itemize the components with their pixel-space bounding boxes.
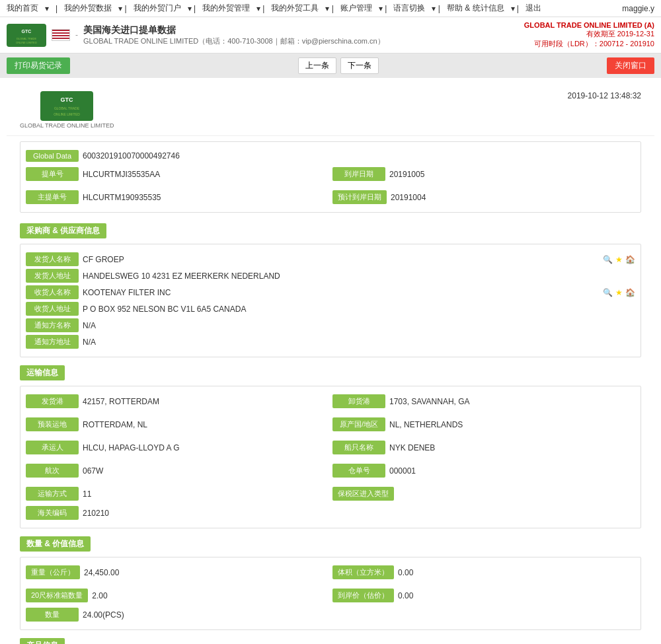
toolbar-left: 打印易货记录 bbox=[7, 57, 70, 74]
page-header: GTC GLOBAL TRADE ONLINE LIMITED - 美国海关进口… bbox=[0, 17, 661, 54]
carrier-value: HLCU, HAPAG-LLOYD A G bbox=[83, 443, 329, 452]
warehouse-label: 仓单号 bbox=[332, 464, 385, 478]
sender-name-label: 发货人名称 bbox=[26, 252, 79, 266]
nav-links: 我的首页 ▾ | 我的外贸数据 ▾ | 我的外贸门户 ▾ | 我的外贸管理 ▾ … bbox=[7, 3, 541, 14]
origin-port-value: 42157, ROTTERDAM bbox=[83, 397, 329, 406]
document-header: GTC GLOBAL TRADE ONLINE LIMITED GLOBAL T… bbox=[7, 85, 654, 136]
svg-text:GLOBAL TRADE: GLOBAL TRADE bbox=[17, 37, 37, 40]
receiver-name-row: 收货人名称 KOOTENAY FILTER INC 🔍 ★ 🏠 bbox=[26, 285, 635, 299]
global-data-label: Global Data bbox=[26, 150, 79, 162]
vessel-value: NYK DENEB bbox=[389, 443, 635, 452]
nav-help[interactable]: 帮助 & 统计信息 bbox=[447, 3, 504, 14]
sender-addr-value: HANDELSWEG 10 4231 EZ MEERKERK NEDERLAND bbox=[83, 271, 635, 281]
est-arrival-label: 预计到岸日期 bbox=[332, 190, 387, 204]
qty-value: 24.00(PCS) bbox=[83, 610, 635, 620]
svg-text:ONLINE LIMITED: ONLINE LIMITED bbox=[16, 41, 37, 44]
receiver-addr-value: P O BOX 952 NELSON BC V1L 6A5 CANADA bbox=[83, 304, 635, 314]
nav-manage[interactable]: 我的外贸管理 bbox=[202, 3, 250, 14]
current-user: maggie.y bbox=[622, 4, 654, 13]
transport-section: 运输信息 发货港 42157, ROTTERDAM 卸货港 1703, SAVA… bbox=[7, 360, 654, 528]
search-icon-receiver[interactable]: 🔍 bbox=[603, 288, 613, 297]
carrier-row: 承运人 HLCU, HAPAG-LLOYD A G bbox=[26, 441, 329, 454]
flag-separator: - bbox=[75, 30, 78, 40]
bonded-label: 保税区进入类型 bbox=[332, 487, 394, 501]
sender-name-value: CF GROEP bbox=[83, 255, 600, 264]
bill-no-row: 提单号 HLCURTMJI35535AA bbox=[26, 167, 329, 181]
quantity-section: 数量 & 价值信息 重量（公斤） 24,450.00 体积（立方米） 0.00 … bbox=[7, 531, 654, 630]
bill-info-grid: 提单号 HLCURTMJI35535AA 到岸日期 20191005 主提单号 … bbox=[26, 164, 635, 207]
qty-row: 数量 24.00(PCS) bbox=[26, 608, 635, 622]
pre-transport-label: 预装运地 bbox=[26, 417, 79, 431]
nav-account[interactable]: 账户管理 bbox=[340, 3, 372, 14]
sender-addr-row: 发货人地址 HANDELSWEG 10 4231 EZ MEERKERK NED… bbox=[26, 269, 635, 283]
next-button[interactable]: 下一条 bbox=[340, 57, 379, 74]
weight-row: 重量（公斤） 24,450.00 bbox=[26, 565, 329, 579]
transport-mode-label: 运输方式 bbox=[26, 487, 79, 501]
sender-name-row: 发货人名称 CF GROEP 🔍 ★ 🏠 bbox=[26, 252, 635, 266]
warehouse-row: 仓单号 000001 bbox=[332, 464, 635, 478]
fob-value: 0.00 bbox=[398, 591, 635, 600]
notify-addr-label: 通知方地址 bbox=[26, 335, 79, 349]
container20-value: 2.00 bbox=[92, 591, 329, 600]
voyage-value: 067W bbox=[83, 466, 329, 476]
header-title-block: 美国海关进口提单数据 GLOBAL TRADE ONLINE LIMITED（电… bbox=[83, 24, 385, 46]
transport-mode-row: 运输方式 11 bbox=[26, 487, 329, 501]
volume-label: 体积（立方米） bbox=[332, 565, 394, 579]
volume-row: 体积（立方米） 0.00 bbox=[332, 565, 635, 579]
dest-port-row: 卸货港 1703, SAVANNAH, GA bbox=[332, 394, 635, 408]
search-icon-sender[interactable]: 🔍 bbox=[603, 255, 613, 264]
print-button[interactable]: 打印易货记录 bbox=[7, 57, 70, 74]
warehouse-value: 000001 bbox=[389, 466, 635, 476]
fob-row: 到岸价（估价） 0.00 bbox=[332, 589, 635, 602]
nav-sep8: ▾ | bbox=[432, 4, 440, 13]
nav-language[interactable]: 语言切换 bbox=[393, 3, 425, 14]
container20-label: 20尺标准箱数量 bbox=[26, 589, 88, 602]
nav-sep4: ▾ | bbox=[188, 4, 196, 13]
receiver-addr-label: 收货人地址 bbox=[26, 302, 79, 316]
main-content: GTC GLOBAL TRADE ONLINE LIMITED GLOBAL T… bbox=[0, 78, 661, 644]
svg-text:GLOBAL TRADE: GLOBAL TRADE bbox=[54, 106, 80, 110]
valid-until: 有效期至 2019-12-31 bbox=[524, 29, 654, 39]
transport-section-wrapper: 发货港 42157, ROTTERDAM 卸货港 1703, SAVANNAH,… bbox=[20, 386, 641, 528]
nav-portal[interactable]: 我的外贸门户 bbox=[134, 3, 181, 14]
dest-port-value: 1703, SAVANNAH, GA bbox=[389, 397, 635, 406]
prev-button[interactable]: 上一条 bbox=[298, 57, 336, 74]
pre-transport-value: ROTTERDAM, NL bbox=[83, 420, 329, 429]
customs-row: 海关编码 210210 bbox=[26, 506, 635, 520]
nav-sep7: ▾ | bbox=[379, 4, 387, 13]
nav-tools[interactable]: 我的外贸工具 bbox=[271, 3, 319, 14]
product-section: 产品信息 集装箱编号 HLXU8417883（CN / L / HH） 集装箱尺… bbox=[7, 633, 654, 644]
nav-sep5: ▾ | bbox=[256, 4, 264, 13]
nav-logout[interactable]: 退出 bbox=[525, 3, 541, 14]
quantity-grid: 重量（公斤） 24,450.00 体积（立方米） 0.00 20尺标准箱数量 2… bbox=[26, 563, 635, 605]
transport-grid: 发货港 42157, ROTTERDAM 卸货港 1703, SAVANNAH,… bbox=[26, 392, 635, 503]
flag-icon bbox=[52, 29, 70, 41]
nav-trade-data[interactable]: 我的外贸数据 bbox=[64, 3, 112, 14]
bill-no-label: 提单号 bbox=[26, 167, 79, 181]
home-icon-receiver[interactable]: 🏠 bbox=[625, 288, 635, 297]
home-icon-sender[interactable]: 🏠 bbox=[625, 255, 635, 264]
doc-logo-subtitle: GLOBAL TRADE ONLINE LIMITED bbox=[20, 122, 114, 129]
company-name: GLOBAL TRADE ONLINE LIMITED (A) bbox=[524, 21, 654, 29]
nav-sep: ▾ bbox=[45, 4, 49, 13]
star-icon-sender[interactable]: ★ bbox=[615, 255, 623, 264]
dest-port-label: 卸货港 bbox=[332, 394, 385, 408]
svg-text:GTC: GTC bbox=[61, 96, 73, 103]
star-icon-receiver[interactable]: ★ bbox=[615, 288, 623, 297]
close-button[interactable]: 关闭窗口 bbox=[607, 57, 654, 74]
nav-home[interactable]: 我的首页 bbox=[7, 3, 38, 14]
document-timestamp: 2019-10-12 13:48:32 bbox=[568, 91, 641, 100]
arrival-date-value: 20191005 bbox=[389, 170, 635, 179]
top-toolbar: 打印易货记录 上一条 下一条 关闭窗口 bbox=[0, 54, 661, 78]
product-section-title: 产品信息 bbox=[20, 638, 65, 644]
notify-name-value: N/A bbox=[83, 321, 635, 330]
receiver-addr-row: 收货人地址 P O BOX 952 NELSON BC V1L 6A5 CANA… bbox=[26, 302, 635, 316]
receiver-name-label: 收货人名称 bbox=[26, 285, 79, 299]
qty-label: 数量 bbox=[26, 608, 79, 622]
vessel-label: 船只名称 bbox=[332, 441, 385, 454]
customs-value: 210210 bbox=[83, 509, 635, 518]
origin-country-value: NL, NETHERLANDS bbox=[389, 420, 635, 429]
quantity-section-wrapper: 重量（公斤） 24,450.00 体积（立方米） 0.00 20尺标准箱数量 2… bbox=[20, 557, 641, 630]
arrival-date-label: 到岸日期 bbox=[332, 167, 385, 181]
origin-country-row: 原产国/地区 NL, NETHERLANDS bbox=[332, 417, 635, 431]
